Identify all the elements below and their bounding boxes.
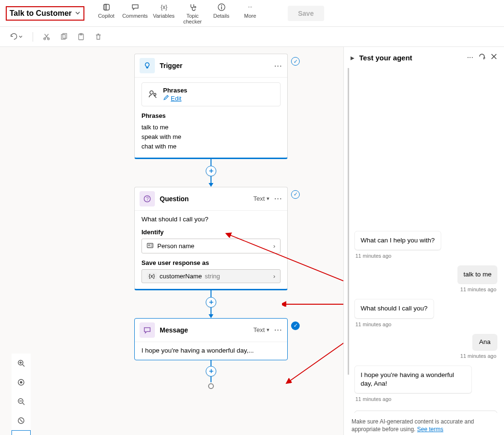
see-terms-link[interactable]: See terms: [417, 426, 444, 433]
svg-point-18: [149, 244, 150, 246]
paste-button[interactable]: [77, 33, 85, 41]
topic-name-label: Talk to Customer: [10, 9, 72, 18]
question-prompt: What should I call you?: [141, 216, 281, 223]
refresh-icon[interactable]: [478, 53, 486, 62]
svg-point-3: [194, 6, 196, 8]
phrases-preview: Phrases talk to me speak with me chat wi…: [141, 111, 281, 152]
chat-input[interactable]: Ask a question or describe what you need…: [354, 411, 497, 412]
phrase-item: talk to me: [141, 123, 281, 132]
svg-point-5: [221, 5, 222, 6]
variable-type: string: [205, 273, 220, 280]
node-more-button[interactable]: ···: [274, 326, 282, 333]
bot-message: What can I help you with?: [354, 231, 441, 250]
svg-point-21: [20, 381, 23, 384]
zoom-toolbar: [12, 354, 31, 435]
save-button[interactable]: Save: [288, 6, 325, 21]
question-icon: ?: [140, 191, 155, 206]
undo-button[interactable]: [9, 33, 23, 41]
check-icon: ✓: [291, 57, 300, 66]
test-panel: ▸ Test your agent ··· What can I help yo…: [343, 47, 504, 435]
cmd-label: More: [244, 13, 256, 19]
render-mode-dropdown[interactable]: Text ▾: [253, 326, 270, 333]
variable-name: customerName: [160, 273, 202, 280]
authoring-canvas[interactable]: ✓ Trigger ··· Phrases: [0, 47, 343, 435]
topic-name-dropdown[interactable]: Talk to Customer: [6, 6, 84, 21]
flow-end-icon: [208, 383, 214, 389]
select-tool-button[interactable]: [12, 430, 31, 435]
svg-text:{x}: {x}: [161, 4, 167, 11]
ai-disclaimer: Make sure AI-generated content is accura…: [344, 413, 504, 435]
separator: [33, 32, 33, 42]
timestamp: 11 minutes ago: [355, 396, 496, 402]
zoom-in-button[interactable]: [12, 354, 31, 373]
zoom-out-button[interactable]: [12, 392, 31, 411]
reset-button[interactable]: [12, 411, 31, 430]
cmd-label: Topic checker: [179, 13, 206, 24]
variables-button[interactable]: {x} Variables: [151, 2, 177, 19]
message-icon: [140, 322, 155, 338]
node-more-button[interactable]: ···: [274, 195, 282, 202]
node-title: Question: [160, 195, 253, 203]
scrollbar-track[interactable]: [348, 68, 349, 375]
node-more-button[interactable]: ···: [274, 62, 282, 69]
details-button[interactable]: Details: [208, 2, 235, 19]
question-node[interactable]: ✓ ? Question Text ▾ ··· What should I ca…: [134, 187, 288, 290]
person-card-icon: [147, 242, 153, 250]
command-items: Copilot Comments {x} Variables Topic che…: [93, 2, 264, 24]
svg-point-14: [154, 93, 156, 95]
check-icon: ✓: [291, 190, 300, 199]
message-node[interactable]: ✓ Message Text ▾ ··· I hope you're havin…: [134, 318, 288, 360]
node-title: Trigger: [160, 62, 271, 69]
comment-icon: [131, 3, 140, 11]
phrase-item: chat with me: [141, 142, 281, 151]
chevron-down-icon: ▾: [267, 327, 270, 333]
cut-button[interactable]: [43, 33, 50, 41]
variables-icon: {x}: [160, 3, 168, 11]
timestamp: 11 minutes ago: [460, 286, 496, 292]
info-icon: [217, 3, 226, 11]
collapse-icon[interactable]: ▸: [351, 53, 354, 62]
add-node-button[interactable]: ＋: [206, 297, 216, 308]
cmd-label: Copilot: [98, 13, 114, 19]
phrases-card: Phrases Edit: [141, 82, 281, 106]
cmd-label: Comments: [122, 13, 148, 19]
chevron-right-icon: ›: [273, 273, 275, 280]
bot-message: What should I call you?: [354, 299, 434, 318]
cmd-label: Variables: [153, 13, 175, 19]
phrase-item: speak with me: [141, 132, 281, 142]
phrases-header: Phrases: [141, 111, 281, 121]
stethoscope-icon: [188, 3, 197, 11]
ellipsis-icon: ···: [246, 3, 255, 11]
timestamp: 11 minutes ago: [355, 253, 496, 259]
copilot-button[interactable]: Copilot: [93, 2, 120, 19]
delete-button[interactable]: [94, 33, 102, 41]
svg-text:?: ?: [146, 196, 149, 202]
node-title: Message: [160, 326, 253, 334]
identify-picker[interactable]: Person name ›: [141, 239, 281, 253]
svg-rect-6: [221, 6, 222, 9]
svg-rect-1: [105, 4, 106, 10]
chevron-down-icon: [75, 9, 81, 18]
topic-checker-button[interactable]: Topic checker: [179, 2, 206, 24]
svg-line-26: [289, 333, 343, 381]
add-node-button[interactable]: ＋: [206, 366, 216, 377]
svg-point-13: [150, 91, 153, 94]
render-mode-dropdown[interactable]: Text ▾: [253, 195, 270, 202]
identify-label: Identify: [141, 229, 281, 236]
message-body: I hope you're having a wonderful day,...: [141, 347, 281, 354]
more-button[interactable]: ··· More: [237, 2, 264, 19]
close-icon[interactable]: [491, 53, 497, 62]
user-message: Ana: [472, 334, 497, 350]
people-icon: [148, 89, 158, 101]
timestamp: 11 minutes ago: [355, 321, 496, 327]
variable-picker[interactable]: {x} customerName string ›: [141, 269, 281, 283]
add-node-button[interactable]: ＋: [206, 166, 216, 176]
lightbulb-icon: [140, 58, 155, 73]
variable-token-icon: {x}: [147, 273, 157, 279]
more-icon[interactable]: ···: [467, 53, 473, 62]
copy-button[interactable]: [60, 33, 68, 41]
comments-button[interactable]: Comments: [122, 2, 149, 19]
trigger-node[interactable]: ✓ Trigger ··· Phrases: [134, 54, 288, 159]
edit-phrases-link[interactable]: Edit: [171, 95, 181, 102]
fit-button[interactable]: [12, 373, 31, 392]
